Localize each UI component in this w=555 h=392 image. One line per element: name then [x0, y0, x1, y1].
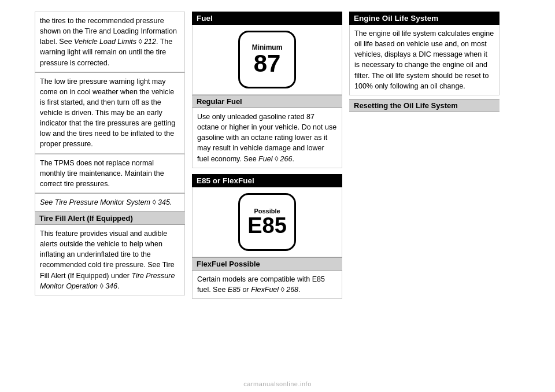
tire-fill-alert-label: Tire Fill Alert (If Equipped)	[39, 214, 133, 223]
left-block-3: The TPMS does not replace normal monthly…	[35, 154, 185, 193]
engine-oil-text-block: The engine oil life system calculates en…	[349, 25, 500, 95]
resetting-label: Resetting the Oil Life System	[354, 101, 458, 110]
left-text-1-italic: Vehicle Load Limits ◊ 212	[74, 38, 156, 46]
fuel-number: 87	[254, 51, 281, 76]
e85-badge-box: Possible E85	[192, 187, 342, 257]
fuel-badge-box: Minimum 87	[192, 25, 342, 95]
fuel-text-block: Use only unleaded gasoline rated 87 octa…	[192, 108, 342, 168]
flexfuel-label: FlexFuel Possible	[197, 260, 260, 268]
middle-column: Fuel Minimum 87 Regular Fuel Use only un…	[192, 12, 342, 380]
e85-header-label: E85 or FlexFuel	[197, 176, 254, 185]
e85-header: E85 or FlexFuel	[192, 174, 342, 187]
fuel-text: Use only unleaded gasoline rated 87 octa…	[197, 113, 336, 163]
engine-oil-text: The engine oil life system calculates en…	[354, 29, 494, 90]
left-column: the tires to the recommended pressure sh…	[35, 12, 185, 380]
engine-oil-header-label: Engine Oil Life System	[354, 14, 438, 23]
flexfuel-text-block: Certain models are compatible with E85 f…	[192, 271, 342, 299]
left-block-tire-fill: This feature provides visual and audible…	[35, 225, 185, 295]
flexfuel-text: Certain models are compatible with E85 f…	[197, 275, 325, 294]
tire-fill-alert-header: Tire Fill Alert (If Equipped)	[35, 212, 185, 225]
regular-fuel-label: Regular Fuel	[197, 97, 242, 106]
regular-fuel-subheader: Regular Fuel	[192, 95, 342, 108]
fuel-header-label: Fuel	[197, 14, 213, 23]
page-container: the tires to the recommended pressure sh…	[0, 0, 555, 392]
right-column: Engine Oil Life System The engine oil li…	[349, 12, 500, 380]
e85-text: E85	[247, 215, 287, 236]
fuel-badge: Minimum 87	[238, 31, 296, 88]
left-block-1: the tires to the recommended pressure sh…	[35, 12, 185, 72]
fuel-header: Fuel	[192, 12, 342, 25]
left-text-tire-fill: This feature provides visual and audible…	[40, 230, 175, 290]
engine-oil-header: Engine Oil Life System	[349, 12, 500, 25]
e85-badge: Possible E85	[238, 193, 296, 251]
left-block-see-tpms: See Tire Pressure Monitor System ◊ 345.	[35, 193, 185, 212]
left-text-see-tpms: See Tire Pressure Monitor System ◊ 345.	[40, 198, 172, 206]
left-text-3: The TPMS does not replace normal monthly…	[40, 159, 164, 188]
left-block-2: The low tire pressure warning light may …	[35, 72, 185, 154]
flexfuel-subheader: FlexFuel Possible	[192, 257, 342, 271]
resetting-header: Resetting the Oil Life System	[349, 99, 500, 112]
left-text-2: The low tire pressure warning light may …	[40, 77, 175, 149]
watermark: carmanualsonline.info	[243, 380, 312, 387]
